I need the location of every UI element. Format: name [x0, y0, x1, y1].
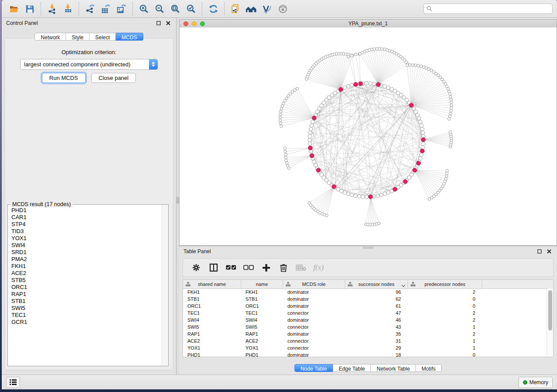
import-network-button[interactable]	[44, 1, 60, 16]
list-item[interactable]: RAP1	[11, 291, 162, 298]
column-header-name[interactable]: name	[241, 280, 283, 289]
show-graphics-details-button[interactable]	[275, 1, 291, 16]
cell-MCDS-role: dominator	[283, 331, 345, 337]
mcds-list-scrollbar[interactable]	[162, 205, 168, 366]
export-image-icon	[116, 3, 127, 14]
list-item[interactable]: STP4	[11, 221, 162, 228]
select-all-button[interactable]	[222, 260, 240, 275]
panel-drag-handle[interactable]	[363, 247, 374, 249]
column-label: shared name	[198, 282, 226, 287]
unchecked-boxes-icon	[243, 265, 254, 271]
float-icon	[537, 249, 542, 254]
table-row[interactable]: TEC1TEC1connector472	[183, 309, 547, 316]
open-session-button[interactable]	[6, 1, 22, 16]
node-table: shared namenameMCDS rolesuccessor nodesp…	[183, 279, 554, 357]
float-panel-button[interactable]	[155, 20, 162, 27]
list-item[interactable]: SWI4	[11, 242, 162, 249]
list-item[interactable]: SWI5	[11, 305, 162, 312]
first-neighbors-button[interactable]	[243, 1, 259, 16]
cell-predecessor-nodes: 2	[408, 317, 482, 323]
list-item[interactable]: STB1	[11, 298, 162, 305]
mcds-result-box: MCDS result (17 nodes) PHD1CAR1STP4TID3Y…	[7, 204, 169, 366]
settings-gear-button[interactable]	[187, 260, 205, 275]
table-tab-network-table[interactable]: Network Table	[371, 364, 416, 372]
list-item[interactable]: CAR1	[11, 214, 162, 221]
zoom-fit-icon	[170, 3, 181, 14]
table-tab-motifs[interactable]: Motifs	[416, 364, 442, 372]
list-item[interactable]: SRD1	[11, 249, 162, 256]
cell-shared-name: ACE2	[183, 338, 241, 344]
toolbar-separator	[79, 2, 79, 15]
import-table-button[interactable]	[60, 1, 76, 16]
table-row[interactable]: STB1STB1dominator620	[183, 296, 547, 303]
cell-successor-nodes: 47	[345, 310, 408, 316]
zoom-selected-button[interactable]	[183, 1, 199, 16]
refresh-layout-button[interactable]	[205, 1, 221, 16]
export-image-button[interactable]	[114, 1, 129, 16]
list-item[interactable]: TID3	[11, 228, 162, 235]
table-row[interactable]: PHD1PHD1dominator180	[183, 351, 547, 357]
table-row[interactable]: FKH1FKH1dominator962	[183, 289, 547, 296]
cell-name: PHD1	[241, 352, 283, 357]
tab-style[interactable]: Style	[66, 33, 90, 41]
list-item[interactable]: PHD1	[11, 207, 162, 214]
list-item[interactable]: GCR1	[11, 319, 162, 326]
plain-nodes[interactable]	[279, 48, 453, 226]
toolbar-separator	[202, 2, 202, 15]
export-network-icon	[85, 3, 95, 14]
table-row[interactable]: RAP1RAP1dominator352	[183, 330, 547, 337]
mcds-pane: Optimization criterion: largest connecte…	[4, 38, 173, 370]
list-item[interactable]: YOX1	[11, 235, 162, 242]
table-scrollbar-thumb[interactable]	[548, 290, 552, 330]
memory-button[interactable]: Memory	[519, 377, 553, 388]
search-input[interactable]	[432, 5, 550, 12]
tab-network[interactable]: Network	[35, 33, 66, 41]
deselect-all-button[interactable]	[240, 260, 257, 275]
hide-selected-button[interactable]	[259, 1, 275, 16]
list-item[interactable]: FKH1	[11, 263, 162, 270]
export-network-button[interactable]	[82, 1, 98, 16]
list-item[interactable]: PMA2	[11, 256, 162, 263]
zoom-out-button[interactable]	[152, 1, 167, 16]
close-panel-button[interactable]	[165, 20, 172, 27]
zoom-in-button[interactable]	[136, 1, 152, 16]
cell-shared-name: SWI5	[183, 324, 241, 330]
zoom-fit-button[interactable]	[167, 1, 183, 16]
table-tab-edge-table[interactable]: Edge Table	[333, 364, 371, 372]
close-table-panel-button[interactable]	[546, 248, 553, 255]
tab-mcds[interactable]: MCDS	[116, 33, 143, 41]
cell-predecessor-nodes: 2	[408, 310, 482, 316]
column-header-shared-name[interactable]: shared name	[183, 280, 241, 289]
optimization-criterion-select[interactable]: largest connected component (undirected)	[20, 59, 158, 70]
table-row[interactable]: SWI5SWI5connector431	[183, 323, 547, 330]
network-window-titlebar[interactable]: YPA_prune.txt_1	[180, 20, 557, 28]
export-table-button[interactable]	[98, 1, 114, 16]
list-item[interactable]: STB5	[11, 277, 162, 284]
column-chooser-button[interactable]	[205, 260, 222, 275]
table-row[interactable]: ORC1ORC1dominator610	[183, 303, 547, 309]
network-canvas[interactable]	[180, 28, 557, 245]
network-graph[interactable]	[180, 28, 557, 245]
control-panel: Control Panel NetworkStyleSelectMCDS Opt…	[2, 18, 176, 375]
save-session-button[interactable]	[22, 1, 38, 16]
tab-select[interactable]: Select	[90, 33, 116, 41]
column-header-predecessor-nodes[interactable]: predecessor nodes	[408, 280, 482, 289]
delete-column-button[interactable]	[275, 260, 292, 275]
list-item[interactable]: ORC1	[11, 284, 162, 291]
table-row[interactable]: ACE2ACE2connector311	[183, 337, 547, 344]
list-icon	[10, 379, 17, 385]
add-column-button[interactable]	[257, 260, 275, 275]
table-tab-node-table[interactable]: Node Table	[294, 364, 333, 372]
float-table-panel-button[interactable]	[536, 248, 543, 255]
close-panel-button-mcds[interactable]: Close panel	[91, 73, 136, 83]
run-mcds-button[interactable]: Run MCDS	[42, 73, 86, 83]
table-scrollbar[interactable]	[547, 289, 553, 357]
task-history-button[interactable]	[6, 377, 20, 388]
column-header-successor-nodes[interactable]: successor nodes	[345, 280, 408, 289]
clone-network-button[interactable]	[228, 1, 243, 16]
list-item[interactable]: ACE2	[11, 270, 162, 277]
table-row[interactable]: YOX1YOX1connector291	[183, 344, 547, 351]
table-row[interactable]: SWI4SWI4dominator462	[183, 316, 547, 323]
column-header-MCDS-role[interactable]: MCDS role	[283, 280, 345, 289]
list-item[interactable]: TEC1	[11, 312, 162, 319]
